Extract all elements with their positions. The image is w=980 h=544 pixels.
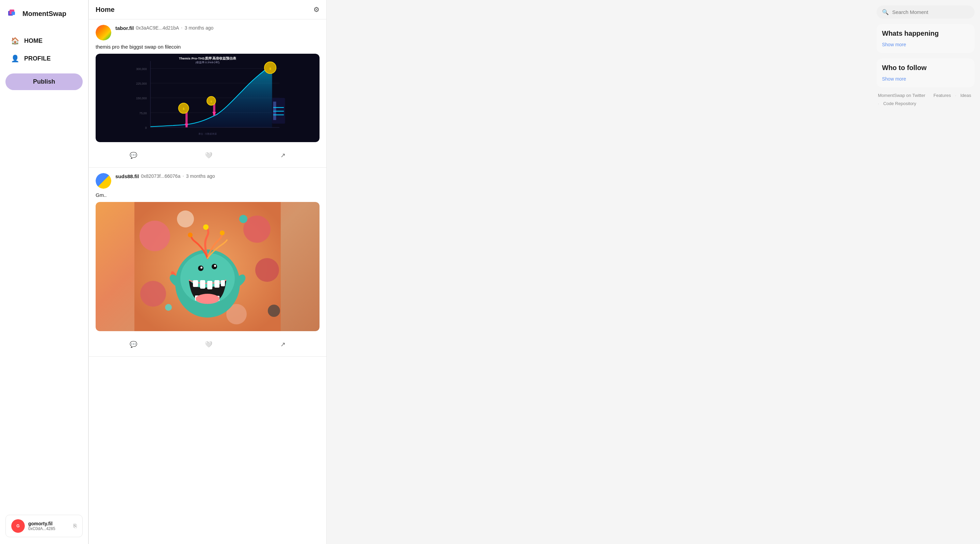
svg-point-37	[140, 281, 166, 307]
svg-rect-53	[221, 280, 225, 286]
post-author-line: tabor.fil 0x3aAC9E...4d21bA · 3 months a…	[115, 25, 320, 31]
post-image-monster	[95, 202, 320, 331]
footer-links: MomentSwap on Twitter Features · Ideas ·…	[877, 93, 975, 106]
svg-text:225,000: 225,000	[136, 82, 147, 85]
whats-happening-title: Whats happening	[882, 30, 969, 37]
post-author-line-2: suds88.fil 0x82073f...66076a · 3 months …	[115, 173, 320, 179]
user-info: gomorty.fil 0xC0dA...4285	[28, 521, 70, 531]
settings-icon[interactable]: ⚙	[313, 5, 320, 14]
who-to-follow-widget: Who to follow Show more	[877, 59, 975, 87]
post-header-2: suds88.fil 0x82073f...66076a · 3 months …	[95, 173, 320, 189]
svg-point-42	[268, 305, 280, 317]
nav-profile-label: PROFILE	[24, 55, 51, 62]
search-container[interactable]: 🔍	[877, 5, 975, 19]
svg-point-40	[239, 215, 247, 223]
post-meta: tabor.fil 0x3aAC9E...4d21bA · 3 months a…	[115, 25, 320, 31]
whats-happening-widget: Whats happening Show more	[877, 24, 975, 53]
svg-point-61	[188, 233, 192, 237]
svg-text:(收益率:0.3%/8小时): (收益率:0.3%/8小时)	[196, 61, 220, 64]
svg-point-59	[203, 224, 208, 230]
avatar-suds-image	[95, 173, 111, 189]
copy-icon[interactable]: ⎘	[73, 523, 77, 529]
svg-text:150,000: 150,000	[136, 97, 147, 100]
svg-text:单位：$ 数据来源: 单位：$ 数据来源	[198, 133, 217, 135]
svg-point-34	[140, 220, 170, 251]
svg-point-58	[196, 294, 220, 304]
search-icon: 🔍	[882, 9, 889, 15]
who-to-follow-title: Who to follow	[882, 64, 969, 72]
comment-icon: 💬	[130, 152, 137, 159]
comment-button[interactable]: 💬	[124, 149, 143, 162]
post-meta-2: suds88.fil 0x82073f...66076a · 3 months …	[115, 173, 320, 179]
share-icon: ↗	[280, 152, 285, 159]
post-text-2: Gm..	[95, 192, 320, 198]
footer-ideas-link[interactable]: Ideas	[960, 93, 971, 99]
svg-text:Themis Pro-THS质押 高倍收益预估表: Themis Pro-THS质押 高倍收益预估表	[179, 56, 237, 60]
monster-visualization	[95, 202, 320, 331]
footer-sep-1: ·	[955, 93, 956, 99]
share-button[interactable]: ↗	[275, 149, 291, 162]
share-button-2[interactable]: ↗	[275, 338, 291, 351]
svg-text:300,000: 300,000	[136, 67, 147, 71]
post-timestamp: 3 months ago	[185, 25, 214, 30]
search-input[interactable]	[892, 9, 969, 15]
avatar-tabor-image	[95, 25, 111, 40]
footer-sep-2: ·	[878, 101, 879, 106]
who-to-follow-show-more[interactable]: Show more	[882, 76, 906, 82]
whats-happening-show-more[interactable]: Show more	[882, 42, 906, 47]
chart-svg: 0 75,00 150,000 225,000 300,000	[95, 54, 320, 142]
post-image-chart: 0 75,00 150,000 225,000 300,000	[95, 54, 320, 142]
like-button[interactable]: 🤍	[199, 149, 218, 162]
svg-point-35	[243, 216, 270, 243]
home-icon: 🏠	[11, 37, 19, 45]
avatar-image: G	[11, 519, 25, 533]
main-nav: 🏠 HOME 👤 PROFILE Publish	[5, 33, 83, 90]
footer-code-repo-link[interactable]: Code Repository	[883, 101, 916, 106]
svg-rect-31	[273, 114, 284, 115]
footer-features-link[interactable]: Features	[933, 93, 951, 99]
svg-rect-50	[200, 280, 205, 289]
sidebar-bottom: G gomorty.fil 0xC0dA...4285 ⎘	[5, 515, 83, 537]
nav-home-label: HOME	[24, 37, 43, 44]
post-separator-2: ·	[182, 173, 184, 179]
feed-title: Home	[95, 6, 115, 14]
user-display-name: gomorty.fil	[28, 521, 70, 526]
share-icon-2: ↗	[280, 341, 285, 348]
comment-button-2[interactable]: 💬	[124, 338, 143, 351]
svg-point-48	[214, 265, 216, 267]
svg-point-36	[255, 258, 279, 282]
left-sidebar: MomentSwap 🏠 HOME 👤 PROFILE Publish G go…	[0, 0, 89, 544]
post-author-name-2: suds88.fil	[115, 173, 139, 179]
like-button-2[interactable]: 🤍	[199, 338, 218, 351]
svg-text:0: 0	[145, 126, 147, 130]
post-separator: ·	[181, 25, 182, 31]
svg-rect-2	[11, 11, 15, 15]
post-wallet-address-2: 0x82073f...66076a	[141, 173, 180, 179]
nav-item-profile[interactable]: 👤 PROFILE	[5, 50, 83, 67]
user-card[interactable]: G gomorty.fil 0xC0dA...4285 ⎘	[5, 515, 83, 537]
svg-text:$: $	[183, 107, 185, 111]
post-actions-2: 💬 🤍 ↗	[95, 335, 320, 351]
post-avatar-tabor	[95, 25, 111, 40]
comment-icon-2: 💬	[130, 341, 137, 348]
publish-button[interactable]: Publish	[5, 73, 83, 90]
user-address: 0xC0dA...4285	[28, 526, 70, 531]
post-timestamp-2: 3 months ago	[186, 173, 215, 179]
svg-rect-29	[273, 107, 284, 108]
nav-item-home[interactable]: 🏠 HOME	[5, 33, 83, 49]
svg-rect-52	[215, 280, 220, 288]
feed-header: Home ⚙	[89, 0, 326, 19]
svg-rect-28	[273, 102, 276, 120]
svg-point-60	[220, 230, 224, 235]
post-author-name: tabor.fil	[115, 25, 134, 31]
footer-twitter-link[interactable]: MomentSwap on Twitter	[878, 93, 925, 99]
svg-rect-30	[273, 111, 284, 111]
post-card-2: suds88.fil 0x82073f...66076a · 3 months …	[89, 168, 326, 357]
post-text: themis pro the biggst swap on filecoin	[95, 44, 320, 50]
chart-visualization: 0 75,00 150,000 225,000 300,000	[95, 54, 320, 142]
logo-area: MomentSwap	[5, 7, 83, 21]
post-avatar-suds	[95, 173, 111, 189]
svg-text:$: $	[269, 67, 271, 70]
svg-rect-49	[193, 280, 198, 287]
svg-point-41	[165, 304, 172, 311]
